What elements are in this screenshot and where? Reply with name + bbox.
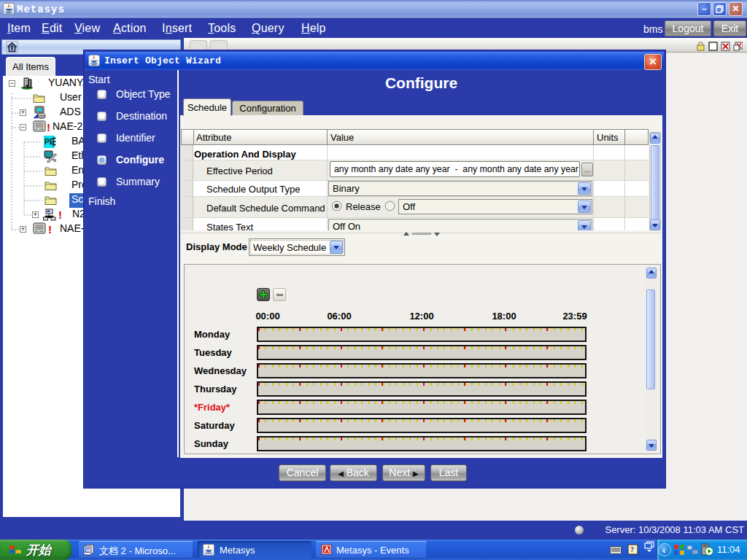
svg-text:?: ? — [630, 545, 634, 553]
svg-text:W: W — [85, 548, 90, 553]
